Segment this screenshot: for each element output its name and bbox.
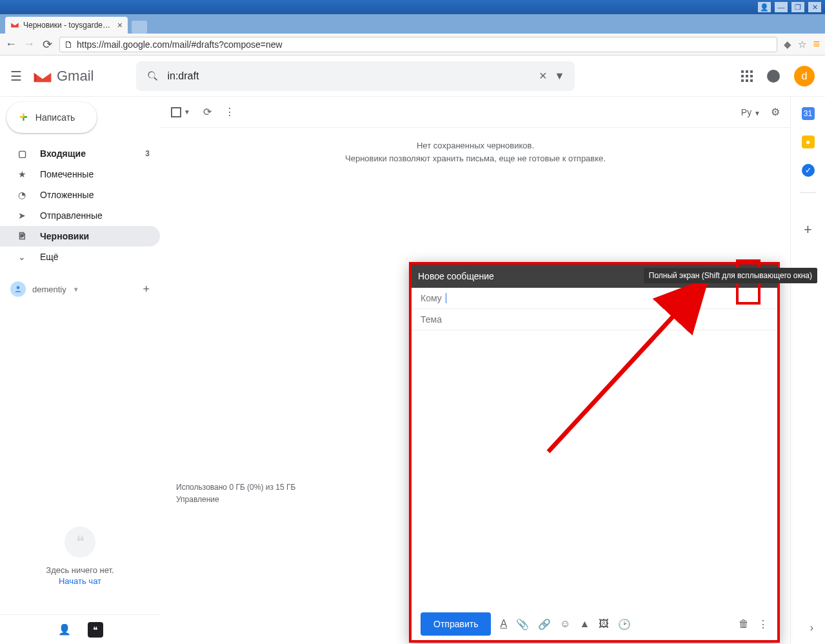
input-language-toggle[interactable]: Ру ▼ bbox=[741, 107, 760, 117]
select-all-checkbox[interactable] bbox=[171, 107, 181, 117]
to-field[interactable]: Кому bbox=[412, 288, 777, 309]
address-bar: ← → ⟳ 🗋 https://mail.google.com/mail/#dr… bbox=[0, 34, 825, 55]
maximize-button[interactable]: ❐ bbox=[791, 2, 804, 12]
hangouts-tab-icon[interactable]: ❝ bbox=[88, 622, 103, 638]
settings-icon[interactable]: ⚙ bbox=[771, 106, 780, 118]
sidebar-item-inbox[interactable]: ▢ Входящие 3 bbox=[0, 143, 160, 164]
starred-label: Помеченные bbox=[40, 169, 94, 179]
chevron-down-icon: ⌄ bbox=[15, 252, 28, 262]
subject-field[interactable]: Тема bbox=[412, 309, 777, 330]
google-apps-icon[interactable] bbox=[741, 70, 753, 82]
storage-info: Использовано 0 ГБ (0%) из 15 ГБ Управлен… bbox=[166, 471, 306, 516]
forward-button[interactable]: → bbox=[23, 37, 35, 51]
attach-icon[interactable]: 📎 bbox=[516, 618, 529, 630]
compose-title: Новое сообщение bbox=[418, 271, 494, 281]
gmail-favicon-icon bbox=[10, 21, 19, 30]
chrome-menu-icon[interactable]: ≡ bbox=[813, 37, 820, 51]
user-name: dementiy bbox=[32, 285, 66, 294]
minimize-button[interactable]: — bbox=[775, 2, 788, 12]
page-icon: 🗋 bbox=[64, 39, 73, 50]
sidebar: + Написать ▢ Входящие 3 ★ Помеченные ◔ О… bbox=[0, 97, 160, 644]
start-chat-link[interactable]: Начать чат bbox=[0, 576, 160, 586]
more-actions-icon[interactable]: ⋮ bbox=[224, 106, 235, 118]
sidebar-item-more[interactable]: ⌄ Ещё bbox=[0, 247, 160, 267]
new-chat-icon[interactable]: + bbox=[143, 283, 150, 296]
sent-icon: ➤ bbox=[15, 210, 28, 221]
contacts-tab-icon[interactable]: 👤 bbox=[57, 622, 72, 638]
main-menu-button[interactable]: ☰ bbox=[10, 68, 22, 84]
storage-manage-link[interactable]: Управление bbox=[176, 494, 295, 506]
sidebar-item-snoozed[interactable]: ◔ Отложенные bbox=[0, 185, 160, 205]
user-dropdown-icon[interactable]: ▼ bbox=[73, 286, 79, 293]
inbox-label: Входящие bbox=[40, 148, 86, 159]
get-addons-icon[interactable]: + bbox=[804, 221, 812, 238]
hide-rail-icon[interactable]: › bbox=[810, 622, 813, 634]
gmail-logo[interactable]: Gmail bbox=[32, 68, 94, 85]
star-icon: ★ bbox=[15, 169, 28, 179]
gmail-logo-icon bbox=[32, 68, 53, 84]
send-button[interactable]: Отправить bbox=[421, 612, 491, 636]
empty-line1: Нет сохраненных черновиков. bbox=[172, 139, 779, 152]
extensions-icon[interactable]: ◆ bbox=[784, 39, 791, 50]
browser-tab[interactable]: Черновики - toysgardenclub × bbox=[5, 17, 128, 34]
photo-icon[interactable]: 🖼 bbox=[599, 618, 609, 630]
tab-title: Черновики - toysgardenclub bbox=[23, 21, 114, 30]
search-icon bbox=[146, 70, 159, 83]
drafts-icon: 🖹 bbox=[15, 231, 28, 241]
clock-icon: ◔ bbox=[15, 190, 28, 200]
inbox-count: 3 bbox=[145, 149, 150, 158]
bookmark-icon[interactable]: ☆ bbox=[798, 39, 806, 50]
to-label: Кому bbox=[421, 293, 442, 303]
gmail-product-name: Gmail bbox=[57, 68, 94, 85]
fullscreen-tooltip: Полный экран (Shift для всплывающего окн… bbox=[644, 268, 817, 283]
search-options-icon[interactable]: ▼ bbox=[555, 70, 565, 82]
refresh-icon[interactable]: ⟳ bbox=[203, 106, 212, 118]
reload-button[interactable]: ⟳ bbox=[41, 37, 53, 52]
more-options-icon[interactable]: ⋮ bbox=[758, 618, 768, 630]
compose-button[interactable]: + Написать bbox=[6, 102, 97, 133]
more-label: Ещё bbox=[40, 252, 59, 262]
emoji-icon[interactable]: ☺ bbox=[560, 618, 570, 630]
text-cursor bbox=[446, 293, 446, 303]
tab-close-icon[interactable]: × bbox=[117, 20, 123, 30]
tasks-addon-icon[interactable]: ✓ bbox=[802, 164, 815, 177]
mail-toolbar: ▼ ⟳ ⋮ Ру ▼ ⚙ bbox=[161, 97, 790, 128]
os-titlebar: 👤 — ❐ ✕ bbox=[0, 0, 825, 14]
right-rail: 31 ● ✓ + bbox=[790, 97, 825, 644]
drafts-label: Черновики bbox=[40, 231, 89, 241]
search-box[interactable]: × ▼ bbox=[136, 61, 575, 91]
confidential-icon[interactable]: 🕑 bbox=[618, 618, 631, 630]
link-icon[interactable]: 🔗 bbox=[538, 618, 551, 630]
back-button[interactable]: ← bbox=[5, 37, 17, 51]
compose-label: Написать bbox=[35, 112, 75, 123]
hangouts-user-row[interactable]: dementiy ▼ + bbox=[0, 275, 160, 303]
compose-body[interactable] bbox=[412, 330, 777, 608]
drive-icon[interactable]: ▲ bbox=[579, 618, 590, 630]
keep-addon-icon[interactable]: ● bbox=[802, 136, 815, 148]
select-dropdown-icon[interactable]: ▼ bbox=[184, 108, 190, 116]
titlebar-user-icon[interactable]: 👤 bbox=[758, 2, 771, 12]
subject-label: Тема bbox=[421, 314, 442, 325]
empty-line2: Черновики позволяют хранить письма, еще … bbox=[172, 152, 779, 165]
hangouts-empty-text: Здесь ничего нет. bbox=[0, 565, 160, 575]
sidebar-item-sent[interactable]: ➤ Отправленные bbox=[0, 205, 160, 226]
account-avatar[interactable]: d bbox=[794, 66, 815, 86]
new-tab-button[interactable] bbox=[132, 21, 147, 34]
sidebar-item-starred[interactable]: ★ Помеченные bbox=[0, 164, 160, 185]
close-window-button[interactable]: ✕ bbox=[808, 2, 821, 12]
clear-search-icon[interactable]: × bbox=[539, 68, 547, 83]
quote-bubble-icon: ❝ bbox=[65, 527, 95, 558]
sent-label: Отправленные bbox=[40, 210, 103, 221]
plus-icon: + bbox=[19, 109, 28, 126]
gmail-header: ☰ Gmail × ▼ d bbox=[0, 55, 825, 97]
url-input[interactable]: 🗋 https://mail.google.com/mail/#drafts?c… bbox=[59, 37, 777, 52]
notifications-icon[interactable] bbox=[767, 70, 780, 83]
search-input[interactable] bbox=[167, 70, 531, 82]
sidebar-item-drafts[interactable]: 🖹 Черновики bbox=[0, 226, 160, 247]
formatting-icon[interactable]: A bbox=[500, 618, 507, 630]
sidebar-bottom-tabs: 👤 ❝ bbox=[0, 614, 160, 644]
snoozed-label: Отложенные bbox=[40, 190, 94, 200]
calendar-addon-icon[interactable]: 31 bbox=[802, 107, 815, 120]
compose-window: Новое сообщение — ⤢ ✕ Кому Тема Отправит… bbox=[409, 262, 780, 643]
discard-icon[interactable]: 🗑 bbox=[739, 618, 749, 630]
